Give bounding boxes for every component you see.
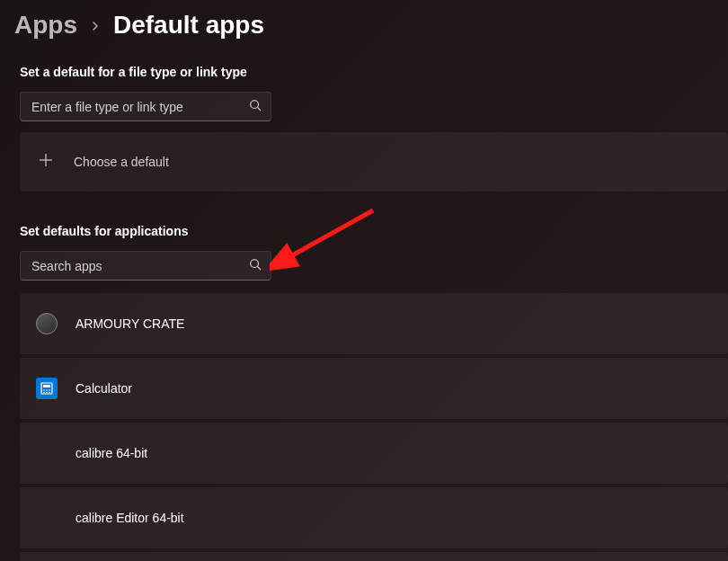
svg-point-8	[43, 389, 45, 391]
apps-search-input[interactable]	[31, 259, 249, 273]
svg-point-13	[49, 392, 50, 394]
choose-default-label: Choose a default	[74, 155, 169, 169]
svg-point-9	[46, 389, 48, 391]
filetype-search-box[interactable]	[20, 92, 271, 121]
app-row-armoury-crate[interactable]: ARMOURY CRATE	[20, 293, 728, 354]
svg-point-4	[251, 259, 259, 267]
breadcrumb: Apps Default apps	[0, 0, 728, 47]
chevron-right-icon	[90, 19, 101, 35]
svg-point-10	[49, 389, 50, 391]
app-name-label: Calculator	[75, 381, 132, 396]
choose-default-button[interactable]: Choose a default	[20, 132, 728, 191]
app-name-label: calibre Editor 64-bit	[75, 511, 184, 525]
app-name-label: calibre 64-bit	[75, 446, 147, 460]
app-icon	[36, 442, 58, 464]
plus-icon	[38, 152, 54, 172]
app-icon	[36, 313, 58, 334]
svg-line-1	[258, 107, 261, 110]
svg-point-12	[46, 392, 48, 394]
app-icon	[36, 507, 58, 529]
svg-rect-7	[43, 385, 50, 387]
app-icon	[36, 378, 58, 399]
breadcrumb-parent-link[interactable]: Apps	[14, 11, 77, 40]
search-icon	[249, 99, 262, 115]
app-row-partial	[20, 552, 728, 561]
filetype-section-label: Set a default for a file type or link ty…	[0, 47, 728, 88]
app-list: ARMOURY CRATE Calculator calibre 64-bit …	[0, 293, 728, 561]
svg-point-11	[43, 392, 45, 394]
filetype-search-input[interactable]	[31, 100, 249, 114]
svg-line-5	[258, 266, 261, 269]
svg-point-0	[251, 100, 259, 108]
apps-search-box[interactable]	[20, 251, 271, 280]
page-title: Default apps	[113, 11, 264, 40]
app-row-calibre-editor[interactable]: calibre Editor 64-bit	[20, 487, 728, 548]
app-row-calculator[interactable]: Calculator	[20, 358, 728, 419]
app-name-label: ARMOURY CRATE	[75, 316, 184, 331]
apps-section-label: Set defaults for applications	[0, 191, 728, 247]
app-row-calibre[interactable]: calibre 64-bit	[20, 423, 728, 484]
search-icon	[249, 258, 262, 274]
